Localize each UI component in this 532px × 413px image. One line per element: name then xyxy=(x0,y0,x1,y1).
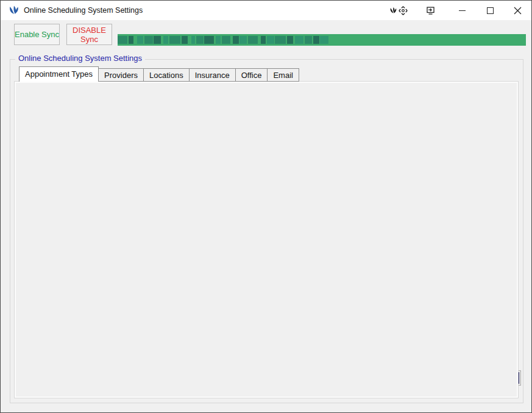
disable-sync-button[interactable]: DISABLE Sync xyxy=(66,24,112,45)
progress-segment xyxy=(216,36,221,44)
progress-segment xyxy=(163,36,168,44)
title-bar: Online Scheduling System Settings xyxy=(1,1,531,20)
progress-segment xyxy=(144,36,153,44)
progress-segment xyxy=(154,36,161,44)
tab-providers[interactable]: Providers xyxy=(99,68,144,82)
progress-segment xyxy=(313,36,319,44)
progress-segment xyxy=(204,36,214,44)
enable-sync-button[interactable]: Enable Sync xyxy=(14,24,60,45)
window-title: Online Scheduling System Settings xyxy=(24,1,143,20)
tab-insurance[interactable]: Insurance xyxy=(190,68,236,82)
progress-segment xyxy=(182,36,188,44)
progress-segment xyxy=(305,36,312,44)
groupbox-title: Online Scheduling System Settings xyxy=(15,54,145,63)
progress-segment xyxy=(222,36,230,44)
progress-segment xyxy=(248,36,258,44)
progress-segment xyxy=(275,36,286,44)
main-tabstrip: Appointment TypesProvidersLocationsInsur… xyxy=(19,67,299,82)
maximize-icon xyxy=(487,7,494,14)
progress-segment xyxy=(129,36,133,44)
tab-office[interactable]: Office xyxy=(236,68,268,82)
progress-segment xyxy=(239,36,247,44)
progress-segment xyxy=(267,36,274,44)
close-icon xyxy=(514,7,522,15)
tab-appointment-types[interactable]: Appointment Types xyxy=(19,66,99,82)
maximize-button[interactable] xyxy=(480,1,500,20)
tab-locations[interactable]: Locations xyxy=(144,68,190,82)
progress-segment xyxy=(295,36,303,44)
progress-segment xyxy=(118,36,127,44)
minimize-icon xyxy=(459,10,466,11)
sync-progress-bar xyxy=(118,34,526,46)
compass-move-icon[interactable] xyxy=(398,5,408,16)
close-button[interactable] xyxy=(507,1,528,20)
claw-tool-icon[interactable] xyxy=(388,5,399,16)
appointment-types-tabpanel xyxy=(14,81,519,398)
deploy-to-screen-icon[interactable] xyxy=(425,5,436,16)
progress-segment xyxy=(287,36,293,44)
progress-segment xyxy=(261,36,266,44)
progress-segment xyxy=(137,36,143,44)
app-window: Online Scheduling System Settings xyxy=(0,0,532,413)
progress-segment xyxy=(320,36,328,44)
tab-email[interactable]: Email xyxy=(268,68,299,82)
progress-segment xyxy=(233,36,239,44)
app-logo-icon xyxy=(8,4,20,16)
progress-segment xyxy=(196,36,204,44)
minimize-button[interactable] xyxy=(452,1,472,20)
progress-segment xyxy=(169,36,180,44)
